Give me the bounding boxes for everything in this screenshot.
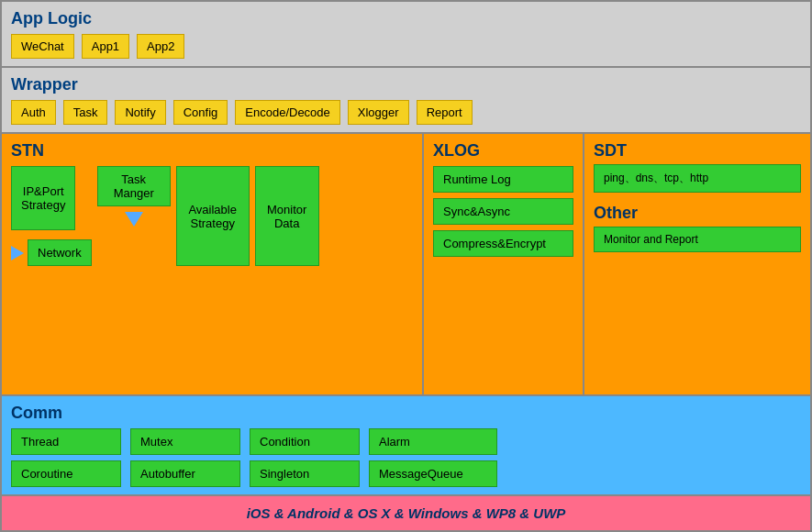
middle-row: STN IP&PortStrategy Network TaskManger xyxy=(2,134,810,396)
stn-network: Network xyxy=(28,239,92,266)
stn-right: AvailableStrategy MonitorData xyxy=(176,166,319,266)
stn-left: IP&PortStrategy Network xyxy=(11,166,92,266)
stn-section: STN IP&PortStrategy Network TaskManger xyxy=(2,134,424,394)
xlog-title: XLOG xyxy=(433,141,573,161)
app-logic-boxes: WeChat App1 App2 xyxy=(11,34,801,59)
comm-autobuffer: Autobuffer xyxy=(130,460,240,487)
comm-condition: Condition xyxy=(250,428,360,455)
xlog-section: XLOG Runtime Log Sync&Async Compress&Enc… xyxy=(424,134,584,394)
wrapper-boxes: Auth Task Notify Config Encode/Decode Xl… xyxy=(11,100,801,125)
comm-coroutine: Coroutine xyxy=(11,460,121,487)
app-logic-section: App Logic WeChat App1 App2 xyxy=(2,2,810,68)
wrapper-section: Wrapper Auth Task Notify Config Encode/D… xyxy=(2,68,810,134)
comm-row2: Coroutine Autobuffer Singleton MessageQu… xyxy=(11,460,801,487)
stn-task-manger: TaskManger xyxy=(97,166,171,206)
comm-title: Comm xyxy=(11,404,801,423)
app-app1: App1 xyxy=(82,34,129,59)
comm-section: Comm Thread Mutex Condition Alarm Corout… xyxy=(2,396,810,496)
comm-thread: Thread xyxy=(11,428,121,455)
wrapper-xlogger: Xlogger xyxy=(348,100,409,125)
arrow-right-icon xyxy=(11,246,24,260)
stn-inner: IP&PortStrategy Network TaskManger Avail… xyxy=(11,166,413,266)
bottom-text: iOS & Android & OS X & Windows & WP8 & U… xyxy=(247,505,566,521)
comm-alarm: Alarm xyxy=(369,428,497,455)
sdt-other-section: SDT ping、dns、tcp、http Other Monitor and … xyxy=(584,134,810,394)
sdt-title: SDT xyxy=(594,141,801,161)
xlog-inner: Runtime Log Sync&Async Compress&Encrypt xyxy=(433,166,573,257)
wrapper-report: Report xyxy=(417,100,473,125)
wrapper-encode: Encode/Decode xyxy=(235,100,340,125)
sdt-content: ping、dns、tcp、http xyxy=(594,164,801,193)
arrow-down-icon xyxy=(125,212,143,227)
comm-inner: Thread Mutex Condition Alarm Coroutine A… xyxy=(11,428,801,487)
app-wechat: WeChat xyxy=(11,34,74,59)
xlog-compress: Compress&Encrypt xyxy=(433,230,573,257)
app-app2: App2 xyxy=(137,34,184,59)
wrapper-auth: Auth xyxy=(11,100,56,125)
other-section: Other Monitor and Report xyxy=(594,196,801,252)
wrapper-config: Config xyxy=(173,100,228,125)
stn-title: STN xyxy=(11,141,413,161)
stn-monitor-data: MonitorData xyxy=(255,166,319,266)
app-logic-title: App Logic xyxy=(11,9,801,28)
other-content: Monitor and Report xyxy=(594,227,801,252)
stn-middle: TaskManger xyxy=(97,166,171,266)
xlog-runtime: Runtime Log xyxy=(433,166,573,193)
comm-mutex: Mutex xyxy=(130,428,240,455)
wrapper-title: Wrapper xyxy=(11,75,801,94)
network-row: Network xyxy=(11,239,92,266)
xlog-sync: Sync&Async xyxy=(433,198,573,225)
wrapper-task: Task xyxy=(63,100,108,125)
stn-ip-port: IP&PortStrategy xyxy=(11,166,75,230)
comm-messagequeue: MessageQueue xyxy=(369,460,497,487)
stn-available: AvailableStrategy xyxy=(176,166,250,266)
comm-singleton: Singleton xyxy=(250,460,360,487)
comm-row1: Thread Mutex Condition Alarm xyxy=(11,428,801,455)
sdt-section: SDT ping、dns、tcp、http xyxy=(594,141,801,193)
wrapper-notify: Notify xyxy=(115,100,165,125)
other-title: Other xyxy=(594,204,801,223)
bottom-bar: iOS & Android & OS X & Windows & WP8 & U… xyxy=(2,496,810,530)
